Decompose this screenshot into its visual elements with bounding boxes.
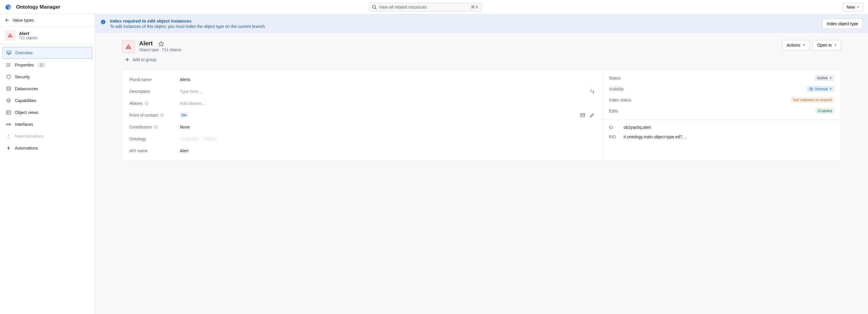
nav-capabilities[interactable]: Capabilities [2,95,92,106]
object-type-title: Alert [139,40,153,47]
breadcrumb-back[interactable]: Value types [0,14,95,26]
row-ontology: Ontology Redacted — hidden [129,135,595,142]
row-plural-name: Plural name Alerts [129,76,595,83]
nav-interfaces[interactable]: Interfaces [2,119,92,130]
nav-security[interactable]: Security [2,71,92,82]
status-row: Status Active ▼ [609,75,834,81]
svg-point-0 [372,5,375,8]
help-icon[interactable]: ? [145,101,149,105]
rid-value: ri.ontology.main.object-type.ed7… [624,134,686,139]
sidebar: Value types Alert 711 objects [0,14,95,314]
row-contributors: Contributors ? None [129,124,595,131]
shield-icon [6,74,11,79]
ontology-value: Redacted — hidden [180,137,595,141]
nav-properties[interactable]: Properties 12 [2,59,92,71]
svg-point-31 [811,89,812,90]
logo-cube-icon [5,4,12,11]
layout-icon [6,110,11,115]
search-icon [372,5,377,9]
plus-icon [125,57,130,62]
status-dropdown[interactable]: Active ▼ [815,75,834,81]
edits-row: Edits Enabled [609,108,834,114]
upload-icon [6,134,11,139]
svg-rect-17 [6,111,11,114]
app-header: Ontology Manager View all related resour… [0,0,868,14]
help-icon[interactable]: ? [154,125,158,129]
plural-name-value[interactable]: Alerts [180,77,595,82]
database-icon [6,86,11,92]
index-status-badge: Not indexed on branch [791,97,834,103]
mail-icon[interactable] [580,112,585,118]
svg-rect-27 [128,48,129,48]
sidebar-object-header: Alert 711 objects [0,26,95,44]
row-point-of-contact: Point of contact ? DA [129,112,595,119]
layers-icon [6,98,11,103]
details-panel: Plural name Alerts Description Type here… [122,69,841,161]
nav-overview[interactable]: Overview [2,47,92,59]
edit-icon[interactable] [589,112,595,118]
description-input[interactable]: Type here… [180,89,589,94]
index-status-row: Index status Not indexed on branch [609,97,834,103]
star-icon[interactable] [158,41,164,46]
row-api-name: API name Alert [129,147,595,154]
alert-icon [5,30,16,41]
search-input[interactable]: View all related resources ⌘ K [369,3,482,11]
sidebar-object-sub: 711 objects [19,36,37,40]
open-in-button[interactable]: Open in ▼ [813,40,841,50]
svg-rect-25 [103,21,103,21]
sidebar-object-name: Alert [19,31,37,36]
index-banner: Index required to edit object instances … [95,14,868,33]
chevron-down-icon: ▼ [857,6,859,9]
eye-icon [809,87,813,91]
contact-badge: DA [180,112,188,118]
svg-point-12 [6,64,7,64]
visibility-dropdown[interactable]: Normal ▼ [807,86,834,92]
lightning-icon [6,145,11,151]
nav-datasources[interactable]: Datasources [2,83,92,94]
properties-count-badge: 12 [37,62,45,68]
row-description: Description Type here… [129,88,595,95]
ai-sparkle-icon[interactable] [589,89,595,94]
help-icon[interactable]: ? [160,113,164,117]
search-placeholder: View all related resources [379,5,427,9]
nav-object-views[interactable]: Object views [2,107,92,118]
svg-rect-5 [7,51,11,54]
svg-marker-28 [158,41,163,46]
svg-rect-3 [10,35,10,36]
breadcrumb-label: Value types [12,18,34,23]
svg-rect-26 [128,46,129,47]
rid-row: RID ri.ontology.main.object-type.ed7… [609,134,834,139]
add-to-group-button[interactable]: Add to group [125,57,841,62]
chevron-down-icon: ▼ [834,44,837,46]
nav-automations[interactable]: Automations [2,142,92,154]
index-object-type-button[interactable]: Index object type [822,19,863,29]
edits-badge: Enabled [815,108,834,114]
aliases-input[interactable]: Add aliases… [180,101,595,106]
info-icon [100,19,106,25]
interfaces-icon [6,122,11,127]
svg-line-1 [375,8,376,9]
api-name-value: Alert [180,148,595,153]
chevron-down-icon: ▼ [829,88,832,91]
visibility-row: Visibility Normal ▼ [609,86,834,92]
sidebar-nav: Overview Properties 12 Security Datasour… [0,44,95,156]
content-header: Alert Object type · 711 objects Actions … [122,40,841,53]
svg-rect-20 [6,124,8,125]
banner-title: Index required to edit object instances [110,19,818,24]
svg-point-15 [7,87,10,88]
svg-point-13 [6,65,7,65]
app-title: Ontology Manager [16,4,60,10]
actions-button[interactable]: Actions ▼ [782,40,810,50]
svg-rect-4 [10,36,10,37]
svg-rect-24 [103,22,103,23]
new-button[interactable]: New ▼ [843,3,863,11]
chevron-down-icon: ▼ [803,44,805,46]
alert-icon [122,40,135,53]
banner-subtitle: To edit instances of this object, you mu… [110,24,818,29]
nav-materializations: Materializations [2,131,92,142]
object-type-subtitle: Object type · 711 objects [139,47,182,52]
main-content: Index required to edit object instances … [95,14,868,314]
list-icon [6,62,11,68]
arrow-left-icon [5,18,9,23]
chevron-down-icon: ▼ [829,77,832,79]
